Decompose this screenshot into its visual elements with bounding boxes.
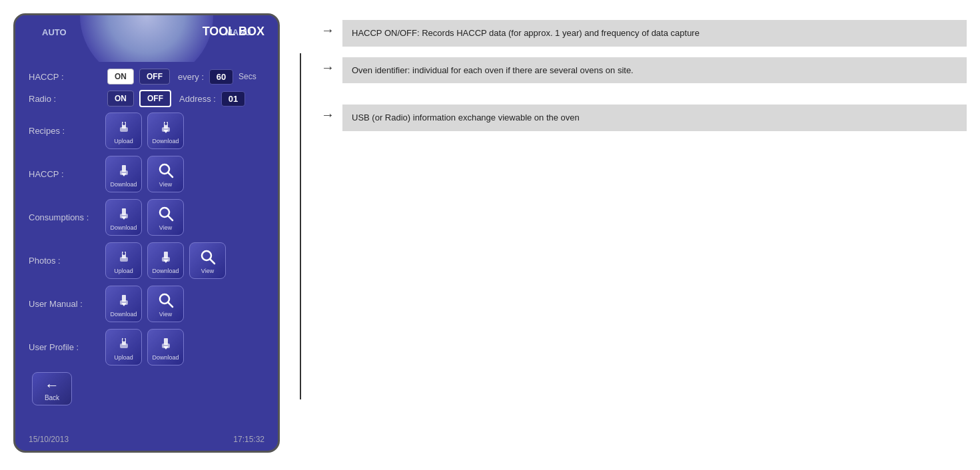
consumptions-btn-group: Download View — [105, 199, 184, 236]
haccp-row: HACCP : ON OFF every : 60 Secs — [29, 69, 264, 85]
user-manual-row: User Manual : Download View — [29, 286, 264, 322]
user-manual-view-label: View — [159, 311, 172, 318]
info-box-3: USB (or Radio) information exchange view… — [342, 105, 967, 131]
user-profile-btn-group: Upload Download — [105, 329, 184, 365]
recipes-label: Recipes : — [29, 126, 105, 136]
vertical-divider — [300, 53, 301, 399]
consumptions-label: Consumptions : — [29, 212, 105, 222]
svg-line-18 — [168, 216, 173, 220]
photos-upload-icon — [115, 248, 133, 266]
info-row-1: → HACCP ON/OFF: Records HACCP data (for … — [321, 20, 967, 47]
radio-row: Radio : ON OFF Address : 01 — [29, 90, 264, 107]
photos-view-icon — [199, 248, 217, 266]
svg-line-27 — [210, 259, 215, 264]
info-box-1: HACCP ON/OFF: Records HACCP data (for ap… — [342, 20, 967, 47]
recipes-download-button[interactable]: Download — [147, 113, 184, 149]
svg-rect-1 — [120, 127, 128, 132]
photos-label: Photos : — [29, 256, 105, 266]
haccp-on-button[interactable]: ON — [107, 69, 134, 85]
toolbox-title: TOOL BOX — [203, 25, 264, 39]
user-profile-label: User Profile : — [29, 342, 105, 352]
haccp-value-box: 60 — [209, 69, 233, 85]
nav-auto-label: AUTO — [42, 27, 67, 37]
download-icon — [157, 118, 175, 136]
consumptions-download-button[interactable]: Download — [105, 199, 142, 236]
recipes-row: Recipes : Upload — [29, 113, 264, 149]
haccp-download-label: Download — [110, 181, 137, 188]
haccp-section-row: HACCP : Download View — [29, 156, 264, 192]
info-box-2: Oven identifier: individual for each ove… — [342, 57, 967, 84]
footer-date: 15/10/2013 — [29, 435, 69, 444]
svg-rect-3 — [123, 121, 125, 124]
user-profile-upload-icon — [115, 334, 133, 353]
upload-icon — [115, 118, 133, 136]
haccp-view-label: View — [159, 181, 172, 188]
device-footer: 15/10/2013 17:15:32 — [29, 435, 264, 444]
arrow-icon-3: → — [321, 107, 334, 122]
consumptions-download-icon — [115, 204, 133, 223]
photos-upload-label: Upload — [114, 268, 133, 274]
photos-upload-button[interactable]: Upload — [105, 242, 142, 279]
recipes-upload-button[interactable]: Upload — [105, 113, 142, 149]
device-panel: AUTO MANU TOOL BOX HACCP : ON OFF every … — [13, 13, 280, 453]
recipes-btn-group: Upload Download — [105, 113, 184, 149]
secs-label: Secs — [239, 72, 256, 81]
svg-rect-22 — [123, 251, 125, 254]
photos-row: Photos : Upload — [29, 242, 264, 279]
info-panel: → HACCP ON/OFF: Records HACCP data (for … — [321, 13, 967, 138]
haccp-view-button[interactable]: View — [147, 156, 184, 192]
user-manual-view-button[interactable]: View — [147, 286, 184, 322]
haccp-off-button[interactable]: OFF — [139, 69, 170, 85]
arrow-icon-2: → — [321, 60, 334, 75]
svg-rect-34 — [120, 344, 128, 348]
svg-rect-20 — [120, 257, 128, 262]
back-button[interactable]: ← Back — [32, 372, 72, 405]
radio-label: Radio : — [29, 94, 102, 104]
user-manual-download-label: Download — [110, 311, 137, 318]
haccp-download-icon — [115, 161, 133, 180]
device-header: AUTO MANU TOOL BOX — [15, 15, 278, 62]
user-manual-view-icon — [157, 291, 175, 310]
user-manual-btn-group: Download View — [105, 286, 184, 322]
user-profile-upload-button[interactable]: Upload — [105, 329, 142, 365]
haccp-view-icon — [157, 161, 175, 180]
user-profile-download-label: Download — [152, 354, 179, 361]
photos-view-button[interactable]: View — [189, 242, 226, 279]
user-manual-label: User Manual : — [29, 299, 105, 309]
photos-download-button[interactable]: Download — [147, 242, 184, 279]
radio-address-box: 01 — [221, 91, 245, 107]
photos-download-label: Download — [152, 268, 179, 274]
user-profile-download-icon — [157, 334, 175, 353]
info-row-3: → USB (or Radio) information exchange vi… — [321, 105, 967, 131]
photos-btn-group: Upload Download View — [105, 242, 226, 279]
photos-view-label: View — [201, 268, 214, 274]
haccp-label: HACCP : — [29, 72, 102, 82]
svg-rect-7 — [165, 121, 167, 124]
back-label: Back — [45, 394, 59, 401]
svg-line-32 — [168, 302, 173, 307]
header-circle-decoration — [80, 15, 213, 62]
user-manual-download-icon — [115, 291, 133, 310]
consumptions-view-button[interactable]: View — [147, 199, 184, 236]
device-content: HACCP : ON OFF every : 60 Secs Radio : O… — [15, 62, 278, 412]
info-row-2: → Oven identifier: individual for each o… — [321, 57, 967, 84]
recipes-upload-label: Upload — [114, 138, 133, 144]
haccp-download-button[interactable]: Download — [105, 156, 142, 192]
consumptions-view-label: View — [159, 224, 172, 231]
user-profile-upload-label: Upload — [114, 354, 133, 361]
haccp-btn-group: Download View — [105, 156, 184, 192]
user-profile-download-button[interactable]: Download — [147, 329, 184, 365]
address-label: Address : — [179, 94, 216, 104]
consumptions-download-label: Download — [110, 224, 137, 231]
consumptions-row: Consumptions : Download View — [29, 199, 264, 236]
user-profile-row: User Profile : Upload — [29, 329, 264, 365]
haccp-section-label: HACCP : — [29, 169, 105, 179]
photos-download-icon — [157, 248, 175, 266]
footer-time: 17:15:32 — [233, 435, 264, 444]
back-arrow-icon: ← — [45, 377, 59, 394]
consumptions-view-icon — [157, 204, 175, 223]
radio-off-button[interactable]: OFF — [139, 90, 171, 107]
user-manual-download-button[interactable]: Download — [105, 286, 142, 322]
radio-on-button[interactable]: ON — [107, 91, 134, 107]
every-label: every : — [178, 72, 204, 82]
